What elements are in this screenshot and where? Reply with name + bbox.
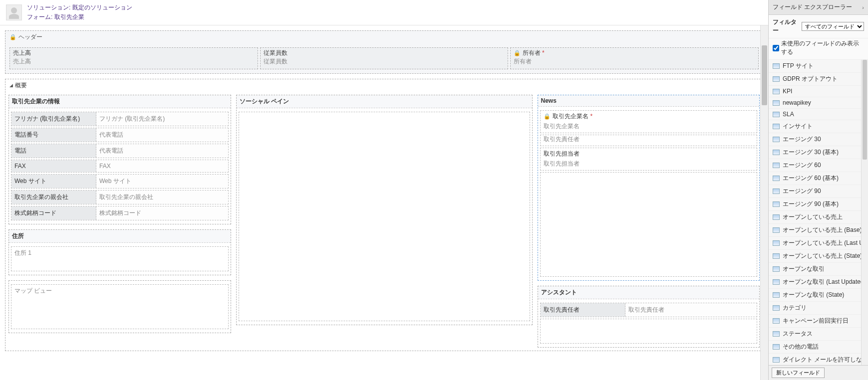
field-list-item[interactable]: ステータス bbox=[769, 328, 868, 341]
field-list-item-label: オープンしている売上 (Base) bbox=[783, 226, 862, 234]
field-list[interactable]: FTP サイトGDPR オプトアウトKPInewapikeySLAインサイトエー… bbox=[769, 60, 868, 365]
header-field-placeholder: 従業員数 bbox=[264, 57, 505, 66]
scrollbar-thumb[interactable] bbox=[762, 45, 767, 105]
required-mark: * bbox=[541, 49, 545, 56]
field-explorer-header[interactable]: フィールド エクスプローラー › bbox=[769, 0, 868, 15]
header-field-cell[interactable]: 従業員数従業員数 bbox=[260, 47, 509, 69]
field-list-item[interactable]: エージング 60 bbox=[769, 159, 868, 172]
field-icon bbox=[773, 279, 780, 285]
tab-title[interactable]: 概要 bbox=[5, 79, 763, 92]
field-icon bbox=[773, 240, 780, 246]
field-list-item-label: newapikey bbox=[783, 99, 811, 106]
field-list-item[interactable]: オープンしている売上 (State) bbox=[769, 250, 868, 263]
form-field-row[interactable]: 電話番号代表電話 bbox=[11, 128, 229, 142]
map-section[interactable]: マップ ビュー bbox=[8, 280, 231, 333]
form-field-row[interactable]: FAXFAX bbox=[11, 160, 229, 173]
field-label: Web サイト bbox=[11, 175, 96, 188]
new-field-button[interactable]: 新しいフィールド bbox=[772, 368, 825, 378]
field-list-item-label: オープンしている売上 (Last Update… bbox=[783, 239, 868, 247]
field-list-item[interactable]: オープンしている売上 (Last Update… bbox=[769, 237, 868, 250]
field-list-item-label: オープンな取引 (State) bbox=[783, 291, 844, 299]
summary-tab[interactable]: 概要 取引先企業の情報 フリガナ (取引先企業名)フリガナ (取引先企業名)電話… bbox=[5, 79, 763, 351]
header-fields-row: 売上高売上高従業員数従業員数🔒 所有者 *所有者 bbox=[5, 43, 763, 73]
field-list-item-label: FTP サイト bbox=[783, 62, 814, 70]
field-list-item[interactable]: エージング 30 bbox=[769, 133, 868, 146]
social-pane-title: ソーシャル ペイン bbox=[237, 95, 532, 108]
form-editor-panel: ソリューション: 既定のソリューション フォーム: 取引先企業 🔒 ヘッダー 売… bbox=[0, 0, 768, 380]
assistant-section[interactable]: アシスタント 取引先責任者 取引先責任者 bbox=[538, 286, 760, 348]
form-name: 取引先企業 bbox=[54, 13, 84, 20]
field-list-item[interactable]: エージング 60 (基本) bbox=[769, 172, 868, 185]
field-list-item[interactable]: SLA bbox=[769, 109, 868, 120]
field-icon bbox=[773, 100, 780, 106]
header-field-cell[interactable]: 売上高売上高 bbox=[9, 47, 258, 69]
field-list-item[interactable]: エージング 30 (基本) bbox=[769, 146, 868, 159]
news-field[interactable]: 取引先担当者取引先担当者 bbox=[540, 148, 758, 171]
assistant-title: アシスタント bbox=[538, 286, 760, 299]
field-icon bbox=[773, 305, 780, 311]
field-list-scrollbar-thumb[interactable] bbox=[863, 60, 867, 160]
field-list-item[interactable]: KPI bbox=[769, 86, 868, 97]
news-placeholder[interactable] bbox=[540, 172, 758, 277]
field-list-item[interactable]: オープンな取引 bbox=[769, 263, 868, 276]
field-icon bbox=[773, 137, 780, 142]
field-list-item[interactable]: newapikey bbox=[769, 97, 868, 109]
field-list-item-label: その他の電話 bbox=[783, 343, 819, 351]
field-explorer-footer: 新しいフィールド bbox=[769, 365, 868, 380]
field-list-item[interactable]: オープンな取引 (State) bbox=[769, 289, 868, 302]
unused-only-row[interactable]: 未使用のフィールドのみ表示する bbox=[769, 38, 868, 60]
field-list-item[interactable]: オープンな取引 (Last Updated On) bbox=[769, 276, 868, 289]
assistant-body: 取引先責任者 取引先責任者 bbox=[538, 299, 760, 347]
editor-area[interactable]: 🔒 ヘッダー 売上高売上高従業員数従業員数🔒 所有者 *所有者 概要 取引先企業… bbox=[0, 25, 768, 380]
form-field-row[interactable]: Web サイトWeb サイト bbox=[11, 174, 229, 189]
address-field[interactable]: 住所 1 bbox=[11, 246, 229, 271]
field-list-item[interactable]: その他の電話 bbox=[769, 341, 868, 354]
field-list-item-label: インサイト bbox=[783, 122, 813, 131]
map-view-field[interactable]: マップ ビュー bbox=[11, 284, 229, 329]
field-placeholder: 株式銘柄コード bbox=[96, 206, 228, 220]
field-icon bbox=[773, 124, 780, 129]
field-list-item[interactable]: オープンしている売上 bbox=[769, 211, 868, 224]
form-field-row[interactable]: 電話代表電話 bbox=[11, 144, 229, 158]
field-icon bbox=[773, 292, 780, 298]
field-list-scrollbar[interactable] bbox=[861, 60, 868, 365]
header-field-cell[interactable]: 🔒 所有者 *所有者 bbox=[510, 47, 759, 69]
field-label: 電話 bbox=[11, 144, 96, 158]
editor-scrollbar[interactable] bbox=[760, 25, 768, 380]
column-2: ソーシャル ペイン bbox=[236, 95, 533, 348]
form-field-row[interactable]: 株式銘柄コード株式銘柄コード bbox=[11, 206, 229, 220]
field-list-item[interactable]: キャンペーン前回実行日 bbox=[769, 315, 868, 328]
filter-row: フィルター すべてのフィールド bbox=[769, 15, 868, 38]
field-list-item[interactable]: FTP サイト bbox=[769, 60, 868, 73]
topbar: ソリューション: 既定のソリューション フォーム: 取引先企業 bbox=[0, 0, 768, 25]
filter-select[interactable]: すべてのフィールド bbox=[802, 22, 864, 31]
form-field-row[interactable]: 取引先企業の親会社取引先企業の親会社 bbox=[11, 190, 229, 204]
field-icon bbox=[773, 150, 780, 155]
field-icon bbox=[773, 201, 780, 207]
chevron-right-icon[interactable]: › bbox=[862, 4, 864, 10]
news-field[interactable]: 取引先責任者 bbox=[540, 135, 758, 146]
field-list-item[interactable]: ダイレクト メールを許可しない bbox=[769, 354, 868, 365]
social-pane-section[interactable]: ソーシャル ペイン bbox=[236, 95, 533, 325]
account-info-section[interactable]: 取引先企業の情報 フリガナ (取引先企業名)フリガナ (取引先企業名)電話番号代… bbox=[8, 95, 231, 224]
assistant-placeholder[interactable] bbox=[540, 319, 758, 344]
solution-name: 既定のソリューション bbox=[72, 4, 132, 11]
field-list-item-label: ダイレクト メールを許可しない bbox=[783, 356, 868, 364]
field-list-item-label: オープンな取引 bbox=[783, 265, 825, 273]
account-info-title: 取引先企業の情報 bbox=[9, 95, 231, 108]
field-list-item[interactable]: インサイト bbox=[769, 120, 868, 133]
field-list-item[interactable]: カテゴリ bbox=[769, 302, 868, 315]
social-pane-placeholder[interactable] bbox=[239, 112, 530, 321]
field-list-item[interactable]: エージング 90 (基本) bbox=[769, 198, 868, 211]
address-section[interactable]: 住所 住所 1 bbox=[8, 229, 231, 275]
field-list-item[interactable]: オープンしている売上 (Base) bbox=[769, 224, 868, 237]
news-fields: 🔒取引先企業名 *取引先企業名取引先責任者取引先担当者取引先担当者 bbox=[538, 107, 760, 280]
form-field-row[interactable]: フリガナ (取引先企業名)フリガナ (取引先企業名) bbox=[11, 112, 229, 126]
assistant-field-row[interactable]: 取引先責任者 取引先責任者 bbox=[540, 303, 758, 317]
unused-only-checkbox[interactable] bbox=[773, 45, 779, 51]
field-list-item[interactable]: GDPR オプトアウト bbox=[769, 73, 868, 86]
news-section[interactable]: News 🔒取引先企業名 *取引先企業名取引先責任者取引先担当者取引先担当者 bbox=[538, 95, 760, 281]
news-field[interactable]: 🔒取引先企業名 *取引先企業名 bbox=[540, 110, 758, 133]
field-list-item[interactable]: エージング 90 bbox=[769, 185, 868, 198]
header-section[interactable]: 🔒 ヘッダー 売上高売上高従業員数従業員数🔒 所有者 *所有者 bbox=[5, 30, 763, 74]
